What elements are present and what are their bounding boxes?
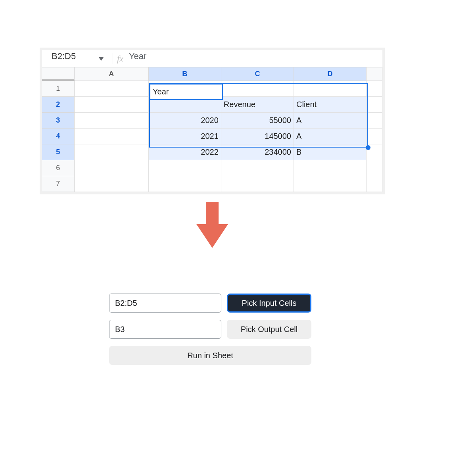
down-arrow-icon xyxy=(196,202,228,248)
cell-C7[interactable] xyxy=(221,176,294,192)
input-cells-field[interactable] xyxy=(109,294,221,313)
divider xyxy=(113,53,113,64)
spreadsheet-panel: B2:D5 fx Year A B C D 1 2 xyxy=(40,48,385,194)
cell-B5[interactable]: 2022 xyxy=(149,144,221,160)
cell-tail-5 xyxy=(367,144,382,160)
cell-A4[interactable] xyxy=(75,129,149,144)
col-header-tail xyxy=(367,67,382,81)
row-header-2[interactable]: 2 xyxy=(42,97,75,113)
cell-C3[interactable]: 55000 xyxy=(221,113,294,129)
cell-A1[interactable] xyxy=(75,81,149,97)
row-header-3[interactable]: 3 xyxy=(42,113,75,129)
output-cell-row: Pick Output Cell xyxy=(109,320,311,339)
cell-B4[interactable]: 2021 xyxy=(149,129,221,144)
cell-C6[interactable] xyxy=(221,160,294,176)
cell-A2[interactable] xyxy=(75,97,149,113)
cell-C5[interactable]: 234000 xyxy=(221,144,294,160)
spreadsheet-grid[interactable]: A B C D 1 2 Revenue Client 3 xyxy=(42,67,382,192)
row-7: 7 xyxy=(42,176,382,192)
cell-A6[interactable] xyxy=(75,160,149,176)
cell-D4[interactable]: A xyxy=(294,129,367,144)
chevron-down-icon[interactable] xyxy=(98,57,104,61)
cell-tail-2 xyxy=(367,97,382,113)
controls-panel: Pick Input Cells Pick Output Cell Run in… xyxy=(109,294,311,365)
cell-tail-6 xyxy=(367,160,382,176)
cell-C1[interactable] xyxy=(221,81,294,97)
cell-tail-3 xyxy=(367,113,382,129)
pick-input-cells-button[interactable]: Pick Input Cells xyxy=(227,294,311,313)
cell-tail-1 xyxy=(367,81,382,97)
cell-A5[interactable] xyxy=(75,144,149,160)
cell-D6[interactable] xyxy=(294,160,367,176)
cell-tail-4 xyxy=(367,129,382,144)
cell-B3[interactable]: 2020 xyxy=(149,113,221,129)
cell-C2[interactable]: Revenue xyxy=(221,97,294,113)
row-header-7[interactable]: 7 xyxy=(42,176,75,192)
col-header-A[interactable]: A xyxy=(75,67,149,81)
name-box-text: B2:D5 xyxy=(52,51,76,61)
cell-D5[interactable]: B xyxy=(294,144,367,160)
cell-A3[interactable] xyxy=(75,113,149,129)
cell-C4[interactable]: 145000 xyxy=(221,129,294,144)
col-header-C[interactable]: C xyxy=(221,67,294,81)
col-header-B[interactable]: B xyxy=(149,67,221,81)
cell-D1[interactable] xyxy=(294,81,367,97)
row-4: 4 2021 145000 A xyxy=(42,129,382,144)
cell-B7[interactable] xyxy=(149,176,221,192)
cell-D7[interactable] xyxy=(294,176,367,192)
row-1: 1 xyxy=(42,81,382,97)
name-box[interactable]: B2:D5 xyxy=(42,54,109,64)
cell-B1[interactable] xyxy=(149,81,221,97)
input-cells-row: Pick Input Cells xyxy=(109,294,311,313)
row-6: 6 xyxy=(42,160,382,176)
row-3: 3 2020 55000 A xyxy=(42,113,382,129)
cell-tail-7 xyxy=(367,176,382,192)
select-all-corner[interactable] xyxy=(42,67,75,81)
row-header-1[interactable]: 1 xyxy=(42,81,75,97)
col-header-D[interactable]: D xyxy=(294,67,367,81)
row-header-6[interactable]: 6 xyxy=(42,160,75,176)
pick-output-cell-button[interactable]: Pick Output Cell xyxy=(227,320,311,339)
svg-marker-0 xyxy=(196,202,228,248)
cell-B6[interactable] xyxy=(149,160,221,176)
cell-D3[interactable]: A xyxy=(294,113,367,129)
run-in-sheet-button[interactable]: Run in Sheet xyxy=(109,346,311,365)
column-header-row: A B C D xyxy=(42,67,382,81)
fx-icon: fx xyxy=(117,54,123,64)
formula-bar: B2:D5 fx Year xyxy=(42,50,382,67)
formula-value[interactable]: Year xyxy=(129,51,146,61)
row-header-4[interactable]: 4 xyxy=(42,129,75,144)
cell-A7[interactable] xyxy=(75,176,149,192)
cell-D2[interactable]: Client xyxy=(294,97,367,113)
cell-B2[interactable] xyxy=(149,97,221,113)
row-header-5[interactable]: 5 xyxy=(42,144,75,160)
output-cell-field[interactable] xyxy=(109,320,221,339)
row-2: 2 Revenue Client xyxy=(42,97,382,113)
row-5: 5 2022 234000 B xyxy=(42,144,382,160)
